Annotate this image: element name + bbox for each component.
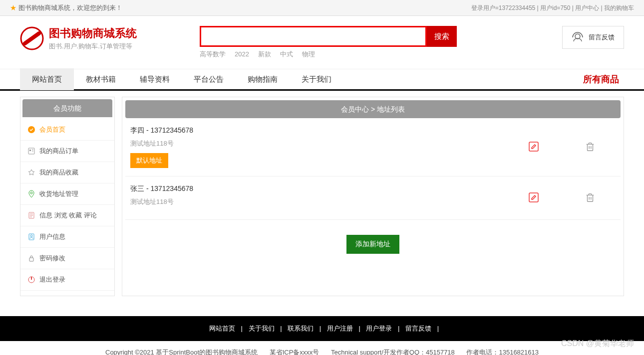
content: 会员中心 > 地址列表 李四 - 13712345678测试地址118号默认地址… [122,97,624,296]
logo-icon [20,26,44,50]
copyright: Copyright ©2021 基于SprintBoot的图书购物商城系统 [105,349,258,355]
hotword[interactable]: 中式 [280,50,293,58]
footer-link[interactable]: 关于我们 [249,325,275,332]
hotword[interactable]: 新款 [258,50,271,58]
address-name: 张三 - 13712345678 [130,184,528,193]
user-center-link[interactable]: 用户中心 [575,4,599,11]
login-user: 登录用户=13722334455 [471,4,535,11]
logo-block[interactable]: 图书购物商城系统 图书.用户.购物车.订单管理等 [20,26,200,51]
sidebar-item-label: 会员首页 [39,125,65,134]
sidebar-item-label: 收货地址管理 [39,189,78,198]
address-name: 李四 - 13712345678 [130,126,528,135]
footer-link[interactable]: 联系我们 [288,325,314,332]
content-breadcrumb: 会员中心 > 地址列表 [125,100,621,118]
star-icon [27,169,35,177]
svg-rect-18 [529,193,538,202]
order-icon [27,147,35,155]
search-block: 搜索 高等数学2022新款中式物理 [200,26,562,59]
topbar: ★ 图书购物商城系统，欢迎您的到来！ 登录用户=13722334455 | 用户… [0,0,644,16]
footer-dark: 网站首页 | 关于我们 | 联系我们 | 用户注册 | 用户登录 | 留言反馈 … [0,316,644,341]
footer-link[interactable]: 用户登录 [366,325,392,332]
headset-icon [572,31,584,43]
footer-link[interactable]: 网站首页 [209,325,235,332]
icp: 某省ICP备xxxx号 [270,349,320,355]
footer-link[interactable]: 留言反馈 [405,325,431,332]
site-title: 图书购物商城系统 [49,26,137,41]
search-input[interactable] [200,26,427,47]
main-nav: 网站首页教材书籍辅导资料平台公告购物指南关于我们所有商品 [0,69,644,91]
delete-icon[interactable] [585,141,596,154]
default-badge: 默认地址 [130,153,168,168]
tech-support: Technical support/开发作者QQ：45157718 [331,349,455,355]
sidebar-item[interactable]: 我的商品订单 [20,141,114,162]
my-cart-link[interactable]: 我的购物车 [604,4,634,11]
address-item: 李四 - 13712345678测试地址118号默认地址 [125,118,621,177]
star-icon: ★ [10,4,16,11]
sidebar-item-label: 退出登录 [39,275,65,284]
hotword[interactable]: 物理 [302,50,315,58]
user-id: 用户id=750 [540,4,570,11]
sidebar-item[interactable]: 用户信息 [20,226,114,248]
nav-all-products[interactable]: 所有商品 [583,73,624,85]
sidebar-item[interactable]: 退出登录 [20,269,114,291]
sidebar-item-label: 密码修改 [39,254,65,263]
doc-icon [27,211,35,219]
main: 会员功能 会员首页我的商品订单我的商品收藏收货地址管理信息 浏览 收藏 评论用户… [0,91,644,306]
svg-rect-3 [28,148,34,154]
sidebar-item[interactable]: 收货地址管理 [20,183,114,205]
sidebar-item[interactable]: 密码修改 [20,248,114,269]
edit-icon[interactable] [528,191,540,205]
topbar-right: 登录用户=13722334455 | 用户id=750 | 用户中心 | 我的购… [471,0,634,15]
logout-icon [27,276,35,284]
svg-point-7 [30,192,32,194]
search-button[interactable]: 搜索 [427,26,457,47]
location-icon [27,190,35,198]
hotword[interactable]: 高等数学 [200,50,226,58]
nav-item[interactable]: 辅导资料 [128,68,182,90]
welcome-text: 图书购物商城系统，欢迎您的到来！ [18,4,122,11]
svg-rect-17 [529,142,538,151]
sidebar-item-label: 我的商品订单 [39,147,78,156]
nav-item[interactable]: 购物指南 [236,68,290,90]
address-detail: 测试地址118号 [130,197,528,206]
address-detail: 测试地址118号 [130,139,528,148]
delete-icon[interactable] [585,192,596,204]
sidebar-item[interactable]: 会员首页 [20,119,114,141]
nav-item[interactable]: 教材书籍 [74,68,128,90]
footer-link[interactable]: 用户注册 [327,325,353,332]
hotword[interactable]: 2022 [235,50,249,58]
footer-light: Copyright ©2021 基于SprintBoot的图书购物商城系统 某省… [0,341,644,355]
sidebar-item[interactable]: 我的商品收藏 [20,162,114,183]
sidebar-item-label: 我的商品收藏 [39,168,78,177]
site-subtitle: 图书.用户.购物车.订单管理等 [49,42,137,51]
sidebar-item[interactable]: 信息 浏览 收藏 评论 [20,205,114,226]
edit-icon[interactable] [528,141,540,154]
nav-item[interactable]: 关于我们 [290,68,343,90]
add-address-button[interactable]: 添加新地址 [346,235,399,254]
feedback-label: 留言反馈 [589,33,615,42]
address-item: 张三 - 13712345678测试地址118号 [125,177,621,220]
sidebar-item-label: 用户信息 [39,232,65,241]
home-icon [27,126,35,134]
svg-rect-14 [29,258,33,261]
nav-item[interactable]: 网站首页 [20,68,74,90]
svg-rect-4 [29,150,31,151]
header: 图书购物商城系统 图书.用户.购物车.订单管理等 搜索 高等数学2022新款中式… [0,16,644,64]
topbar-welcome: ★ 图书购物商城系统，欢迎您的到来！ [10,0,122,15]
nav-item[interactable]: 平台公告 [182,68,236,90]
sidebar-header: 会员功能 [22,99,112,117]
svg-point-13 [30,235,32,237]
user-icon [27,233,35,241]
feedback-button[interactable]: 留言反馈 [562,26,624,49]
sidebar-item-label: 信息 浏览 收藏 评论 [39,211,97,220]
author-phone: 作者电话：13516821613 [466,349,539,355]
sidebar: 会员功能 会员首页我的商品订单我的商品收藏收货地址管理信息 浏览 收藏 评论用户… [20,97,115,296]
hot-words: 高等数学2022新款中式物理 [200,50,562,59]
lock-icon [27,254,35,262]
